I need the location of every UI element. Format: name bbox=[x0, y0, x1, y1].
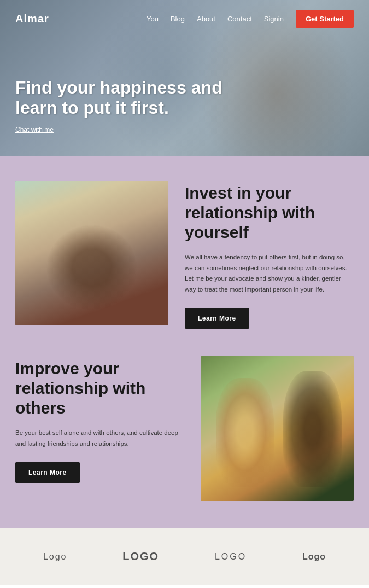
nav-link-about[interactable]: About bbox=[197, 15, 215, 23]
section-self-body: We all have a tendency to put others fir… bbox=[185, 252, 354, 295]
two-women-photo bbox=[201, 356, 354, 501]
site-logo[interactable]: Almar bbox=[15, 13, 49, 25]
nav-link-you[interactable]: You bbox=[147, 15, 159, 23]
car-person-photo bbox=[15, 181, 168, 325]
section-others-heading: Improve your relationship with others bbox=[15, 359, 184, 418]
section-others-text: Improve your relationship with others Be… bbox=[15, 356, 184, 483]
section-self-image bbox=[15, 181, 168, 325]
section-others-image bbox=[201, 356, 354, 501]
hero-title: Find your happiness and learn to put it … bbox=[15, 78, 223, 118]
chat-link[interactable]: Chat with me bbox=[15, 126, 54, 133]
section-self-heading: Invest in your relationship with yoursel… bbox=[185, 183, 354, 242]
nav-links: You Blog About Contact Signin Get Starte… bbox=[147, 10, 354, 28]
section-others-body: Be your best self alone and with others,… bbox=[15, 428, 184, 449]
navigation: Almar You Blog About Contact Signin Get … bbox=[0, 0, 369, 38]
logos-section: Logo LOGO LOGO Logo bbox=[0, 528, 369, 585]
section-others: Improve your relationship with others Be… bbox=[15, 356, 354, 501]
nav-link-contact[interactable]: Contact bbox=[227, 15, 252, 23]
signin-link[interactable]: Signin bbox=[264, 15, 284, 23]
get-started-button[interactable]: Get Started bbox=[296, 10, 354, 28]
section-self-row: Invest in your relationship with yoursel… bbox=[15, 181, 354, 329]
section-self: Invest in your relationship with yoursel… bbox=[0, 156, 369, 528]
learn-more-self-button[interactable]: Learn More bbox=[185, 308, 249, 329]
section-self-text: Invest in your relationship with yoursel… bbox=[185, 181, 354, 329]
logo-1: Logo bbox=[43, 552, 67, 562]
logo-4: Logo bbox=[302, 552, 326, 562]
learn-more-others-button[interactable]: Learn More bbox=[15, 462, 80, 483]
logo-2: LOGO bbox=[122, 550, 159, 563]
nav-link-blog[interactable]: Blog bbox=[171, 15, 185, 23]
hero-content: Find your happiness and learn to put it … bbox=[15, 78, 223, 134]
logo-3: LOGO bbox=[215, 552, 247, 562]
